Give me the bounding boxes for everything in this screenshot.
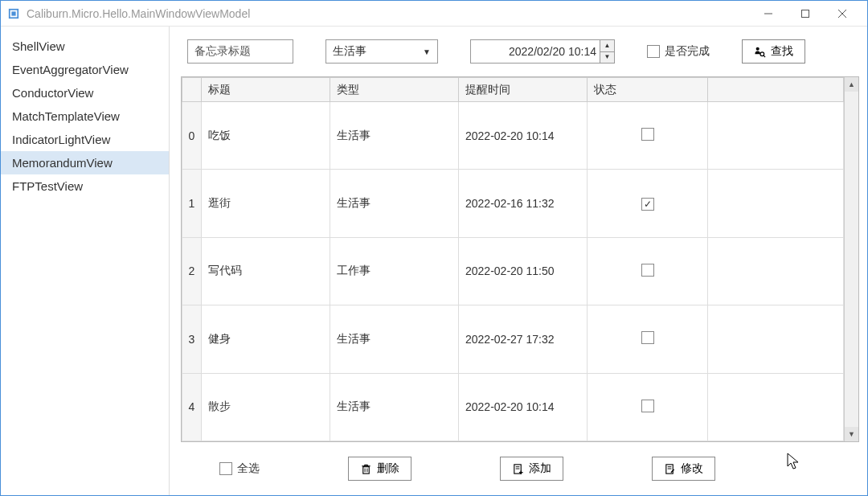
sidebar-item-matchtemplateview[interactable]: MatchTemplateView: [1, 105, 169, 128]
cell-extra[interactable]: [708, 170, 844, 237]
add-button[interactable]: 添加: [500, 457, 563, 481]
close-button[interactable]: [824, 2, 861, 25]
sidebar-item-label: EventAggregatorView: [12, 63, 129, 76]
filter-toolbar: 生活事 ▼ 2022/02/20 10:14 ▲ ▼ 是否完成: [181, 36, 859, 67]
cell-extra[interactable]: [708, 373, 844, 441]
cell-time[interactable]: 2022-02-20 10:14: [459, 373, 588, 441]
button-label: 修改: [681, 461, 703, 476]
data-grid[interactable]: 标题 类型 提醒时间 状态 0吃饭生活事2022-02-20 10:141逛街生…: [181, 76, 859, 442]
row-number-cell[interactable]: 1: [182, 170, 202, 237]
checkbox-box-icon: [647, 45, 660, 58]
cell-type[interactable]: 生活事: [330, 170, 459, 237]
sidebar-item-conductorview[interactable]: ConductorView: [1, 81, 169, 105]
select-all-checkbox[interactable]: 全选: [219, 461, 260, 476]
sidebar-item-indicatorlightview[interactable]: IndicatorLightView: [1, 128, 169, 151]
search-person-icon: [754, 46, 766, 58]
cell-time[interactable]: 2022-02-20 11:50: [459, 237, 588, 305]
table-row[interactable]: 2写代码工作事2022-02-20 11:50: [182, 237, 844, 305]
vertical-scrollbar[interactable]: ▲ ▼: [844, 77, 858, 441]
grid-table: 标题 类型 提醒时间 状态 0吃饭生活事2022-02-20 10:141逛街生…: [182, 77, 844, 441]
cell-time[interactable]: 2022-02-16 11:32: [459, 170, 588, 237]
column-header-status[interactable]: 状态: [588, 78, 708, 102]
datetime-filter-picker[interactable]: 2022/02/20 10:14 ▲ ▼: [470, 39, 615, 64]
table-row[interactable]: 0吃饭生活事2022-02-20 10:14: [182, 102, 844, 170]
svg-line-8: [764, 55, 765, 57]
window-controls: [750, 2, 861, 25]
document-edit-icon: [664, 463, 676, 475]
column-header-extra[interactable]: [708, 78, 844, 102]
cell-title[interactable]: 健身: [202, 305, 330, 373]
sidebar-item-memorandumview[interactable]: MemorandumView: [1, 151, 169, 174]
row-number-cell[interactable]: 2: [182, 237, 202, 305]
titlebar: Caliburn.Micro.Hello.MainWindowViewModel: [1, 1, 867, 27]
cell-type[interactable]: 工作事: [330, 237, 459, 305]
column-header-time[interactable]: 提醒时间: [459, 78, 588, 102]
datetime-value: 2022/02/20 10:14: [471, 45, 600, 58]
scroll-down-arrow-icon[interactable]: ▼: [845, 427, 858, 441]
column-header-type[interactable]: 类型: [330, 78, 459, 102]
maximize-button[interactable]: [787, 2, 824, 25]
status-checkbox-icon[interactable]: ✓: [641, 198, 654, 211]
cell-extra[interactable]: [708, 102, 844, 170]
row-number-cell[interactable]: 4: [182, 373, 202, 441]
cell-title[interactable]: 吃饭: [202, 102, 330, 170]
cell-time[interactable]: 2022-02-20 10:14: [459, 102, 588, 170]
cell-extra[interactable]: [708, 305, 844, 373]
cell-status[interactable]: [588, 237, 708, 305]
table-row[interactable]: 3健身生活事2022-02-27 17:32: [182, 305, 844, 373]
document-add-icon: [512, 463, 524, 475]
spinner-down-button[interactable]: ▼: [600, 52, 614, 64]
table-row[interactable]: 4散步生活事2022-02-20 10:14: [182, 373, 844, 441]
sidebar-item-shellview[interactable]: ShellView: [1, 35, 169, 58]
minimize-button[interactable]: [750, 2, 787, 25]
cell-status[interactable]: [588, 102, 708, 170]
status-checkbox-icon[interactable]: [641, 264, 654, 277]
row-number-cell[interactable]: 0: [182, 102, 202, 170]
modify-button[interactable]: 修改: [652, 457, 715, 481]
cell-type[interactable]: 生活事: [330, 102, 459, 170]
cell-title[interactable]: 写代码: [202, 237, 330, 305]
sidebar: ShellView EventAggregatorView ConductorV…: [1, 27, 170, 495]
row-number-cell[interactable]: 3: [182, 305, 202, 373]
svg-rect-3: [802, 10, 809, 17]
sidebar-item-label: ShellView: [12, 39, 65, 53]
scroll-up-arrow-icon[interactable]: ▲: [845, 77, 858, 92]
sidebar-item-label: MatchTemplateView: [12, 109, 120, 123]
trash-icon: [360, 463, 372, 475]
sidebar-item-label: ConductorView: [12, 86, 93, 100]
status-checkbox-icon[interactable]: [641, 400, 654, 412]
status-checkbox-icon[interactable]: [641, 331, 654, 344]
type-filter-combo[interactable]: 生活事 ▼: [326, 39, 438, 64]
status-checkbox-icon[interactable]: [641, 128, 654, 141]
search-button[interactable]: 查找: [742, 39, 805, 64]
cell-type[interactable]: 生活事: [330, 373, 459, 441]
cell-status[interactable]: [588, 305, 708, 373]
cell-status[interactable]: [588, 373, 708, 441]
sidebar-item-ftptestview[interactable]: FTPTestView: [1, 174, 169, 198]
cell-title[interactable]: 逛街: [202, 170, 330, 237]
title-filter-input[interactable]: [187, 39, 293, 64]
scroll-track[interactable]: [845, 92, 858, 427]
cell-status[interactable]: ✓: [588, 170, 708, 237]
column-header-title[interactable]: 标题: [202, 78, 330, 102]
delete-button[interactable]: 删除: [348, 457, 411, 481]
window-body: ShellView EventAggregatorView ConductorV…: [1, 27, 867, 495]
checkbox-label: 是否完成: [665, 44, 710, 59]
cell-time[interactable]: 2022-02-27 17:32: [459, 305, 588, 373]
grid-header-row: 标题 类型 提醒时间 状态: [182, 78, 844, 102]
sidebar-item-eventaggregatorview[interactable]: EventAggregatorView: [1, 58, 169, 81]
done-filter-checkbox[interactable]: 是否完成: [647, 44, 710, 59]
window-title: Caliburn.Micro.Hello.MainWindowViewModel: [27, 7, 750, 20]
button-label: 添加: [529, 461, 551, 476]
checkbox-label: 全选: [237, 461, 260, 476]
sidebar-item-label: FTPTestView: [12, 179, 83, 193]
button-label: 查找: [771, 44, 793, 59]
cell-type[interactable]: 生活事: [330, 305, 459, 373]
cell-title[interactable]: 散步: [202, 373, 330, 441]
spinner-up-button[interactable]: ▲: [600, 40, 614, 52]
row-header-corner[interactable]: [182, 78, 202, 102]
table-row[interactable]: 1逛街生活事2022-02-16 11:32✓: [182, 170, 844, 237]
svg-rect-9: [363, 466, 370, 473]
datetime-spinner: ▲ ▼: [600, 40, 614, 63]
cell-extra[interactable]: [708, 237, 844, 305]
